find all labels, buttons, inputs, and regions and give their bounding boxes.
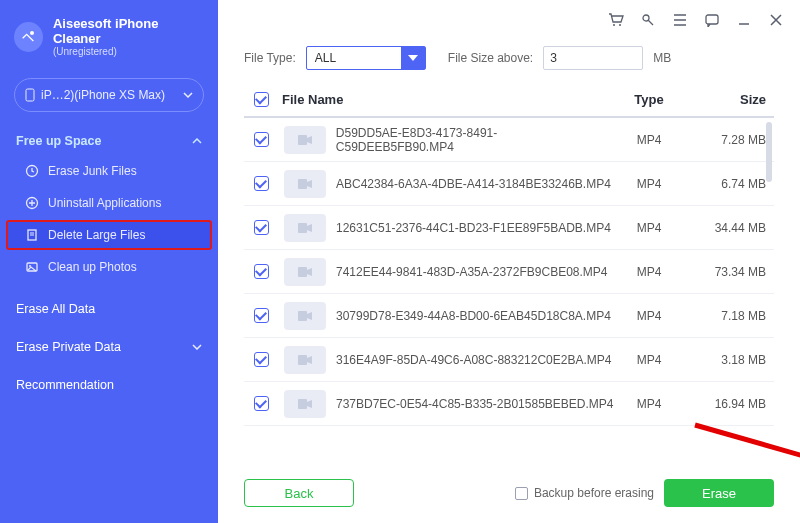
table-row[interactable]: 316E4A9F-85DA-49C6-A08C-883212C0E2BA.MP4… [244, 338, 774, 382]
file-type: MP4 [614, 221, 684, 235]
chevron-down-icon [183, 92, 193, 98]
dropdown-arrow-icon [401, 47, 425, 69]
table-row[interactable]: 30799D78-E349-44A8-BD00-6EAB45D18C8A.MP4… [244, 294, 774, 338]
file-size: 73.34 MB [684, 265, 774, 279]
video-thumbnail-icon [284, 302, 326, 330]
app-subtitle: (Unregistered) [53, 46, 204, 58]
file-size-label: File Size above: [448, 51, 533, 65]
file-size: 3.18 MB [684, 353, 774, 367]
video-thumbnail-icon [284, 214, 326, 242]
menu-icon[interactable] [672, 12, 688, 28]
sidebar-item-icon [24, 164, 40, 178]
sidebar-item-icon [24, 260, 40, 274]
scrollbar[interactable] [766, 122, 772, 182]
table-row[interactable]: D59DD5AE-E8D3-4173-8491-C59DEEB5FB90.MP4… [244, 118, 774, 162]
feedback-icon[interactable] [704, 12, 720, 28]
key-icon[interactable] [640, 12, 656, 28]
sidebar-item-delete-large-files[interactable]: Delete Large Files [6, 220, 212, 250]
file-name: 316E4A9F-85DA-49C6-A08C-883212C0E2BA.MP4 [336, 353, 612, 367]
back-button[interactable]: Back [244, 479, 354, 507]
video-thumbnail-icon [284, 170, 326, 198]
svg-rect-11 [298, 135, 307, 145]
erase-button[interactable]: Erase [664, 479, 774, 507]
col-header-size[interactable]: Size [684, 92, 774, 107]
file-size: 7.18 MB [684, 309, 774, 323]
nav-label: Recommendation [16, 378, 114, 392]
file-size: 16.94 MB [684, 397, 774, 411]
file-type: MP4 [614, 177, 684, 191]
backup-checkbox[interactable]: Backup before erasing [515, 486, 654, 500]
table-row[interactable]: 737BD7EC-0E54-4C85-B335-2B01585BEBED.MP4… [244, 382, 774, 426]
file-size-unit: MB [653, 51, 671, 65]
svg-rect-15 [298, 311, 307, 321]
row-checkbox[interactable] [244, 264, 278, 279]
svg-rect-12 [298, 179, 307, 189]
video-thumbnail-icon [284, 390, 326, 418]
table-row[interactable]: 12631C51-2376-44C1-BD23-F1EE89F5BADB.MP4… [244, 206, 774, 250]
main-panel: File Type: ALL File Size above: MB File … [218, 0, 800, 523]
footer-bar: Back Backup before erasing Erase [218, 463, 800, 523]
cart-icon[interactable] [608, 12, 624, 28]
svg-point-8 [619, 24, 621, 26]
file-type: MP4 [614, 353, 684, 367]
svg-rect-10 [706, 15, 718, 24]
file-name: D59DD5AE-E8D3-4173-8491-C59DEEB5FB90.MP4 [336, 126, 614, 154]
file-size: 6.74 MB [684, 177, 774, 191]
row-checkbox[interactable] [244, 176, 278, 191]
table-row[interactable]: ABC42384-6A3A-4DBE-A414-3184BE33246B.MP4… [244, 162, 774, 206]
row-name-cell: 30799D78-E349-44A8-BD00-6EAB45D18C8A.MP4 [278, 302, 614, 330]
file-size: 7.28 MB [684, 133, 774, 147]
col-header-name[interactable]: File Name [278, 92, 614, 107]
backup-label: Backup before erasing [534, 486, 654, 500]
file-name: 12631C51-2376-44C1-BD23-F1EE89F5BADB.MP4 [336, 221, 611, 235]
file-type-value: ALL [315, 51, 336, 65]
file-table: File Name Type Size D59DD5AE-E8D3-4173-8… [218, 82, 800, 463]
sidebar-item-label: Erase Junk Files [48, 164, 137, 178]
section-free-up-space[interactable]: Free up Space [0, 124, 218, 152]
brand-block: Aiseesoft iPhone Cleaner (Unregistered) [0, 0, 218, 72]
row-name-cell: ABC42384-6A3A-4DBE-A414-3184BE33246B.MP4 [278, 170, 614, 198]
file-size-input[interactable] [543, 46, 643, 70]
close-icon[interactable] [768, 12, 784, 28]
sidebar-item-label: Delete Large Files [48, 228, 145, 242]
row-name-cell: 12631C51-2376-44C1-BD23-F1EE89F5BADB.MP4 [278, 214, 614, 242]
file-type: MP4 [614, 265, 684, 279]
sidebar-item-clean-up-photos[interactable]: Clean up Photos [8, 252, 210, 282]
nav-erase-private-data[interactable]: Erase Private Data [0, 328, 218, 366]
phone-icon [25, 88, 35, 102]
row-checkbox[interactable] [244, 396, 278, 411]
video-thumbnail-icon [284, 258, 326, 286]
sidebar-item-icon [24, 228, 40, 242]
file-name: 7412EE44-9841-483D-A35A-2372FB9CBE08.MP4 [336, 265, 608, 279]
svg-rect-13 [298, 223, 307, 233]
section-label: Free up Space [16, 134, 101, 148]
row-name-cell: 7412EE44-9841-483D-A35A-2372FB9CBE08.MP4 [278, 258, 614, 286]
table-row[interactable]: 7412EE44-9841-483D-A35A-2372FB9CBE08.MP4… [244, 250, 774, 294]
row-checkbox[interactable] [244, 132, 278, 147]
sidebar-item-icon [24, 196, 40, 210]
svg-rect-14 [298, 267, 307, 277]
file-type: MP4 [614, 309, 684, 323]
row-name-cell: 737BD7EC-0E54-4C85-B335-2B01585BEBED.MP4 [278, 390, 614, 418]
app-logo-icon [14, 22, 43, 52]
nav-label: Erase Private Data [16, 340, 121, 354]
nav-erase-all-data[interactable]: Erase All Data [0, 290, 218, 328]
sidebar-item-uninstall-applications[interactable]: Uninstall Applications [8, 188, 210, 218]
sidebar-item-label: Clean up Photos [48, 260, 137, 274]
sidebar-item-label: Uninstall Applications [48, 196, 161, 210]
minimize-icon[interactable] [736, 12, 752, 28]
device-selector[interactable]: iP…2)(iPhone XS Max) [14, 78, 204, 112]
file-size: 34.44 MB [684, 221, 774, 235]
row-checkbox[interactable] [244, 352, 278, 367]
table-body: D59DD5AE-E8D3-4173-8491-C59DEEB5FB90.MP4… [244, 118, 774, 463]
row-checkbox[interactable] [244, 308, 278, 323]
col-header-type[interactable]: Type [614, 92, 684, 107]
chevron-up-icon [192, 138, 202, 144]
select-all-checkbox[interactable] [244, 92, 278, 107]
file-type-select[interactable]: ALL [306, 46, 426, 70]
device-name: iP…2)(iPhone XS Max) [41, 88, 177, 102]
nav-recommendation[interactable]: Recommendation [0, 366, 218, 404]
title-bar [218, 0, 800, 40]
row-checkbox[interactable] [244, 220, 278, 235]
sidebar-item-erase-junk-files[interactable]: Erase Junk Files [8, 156, 210, 186]
